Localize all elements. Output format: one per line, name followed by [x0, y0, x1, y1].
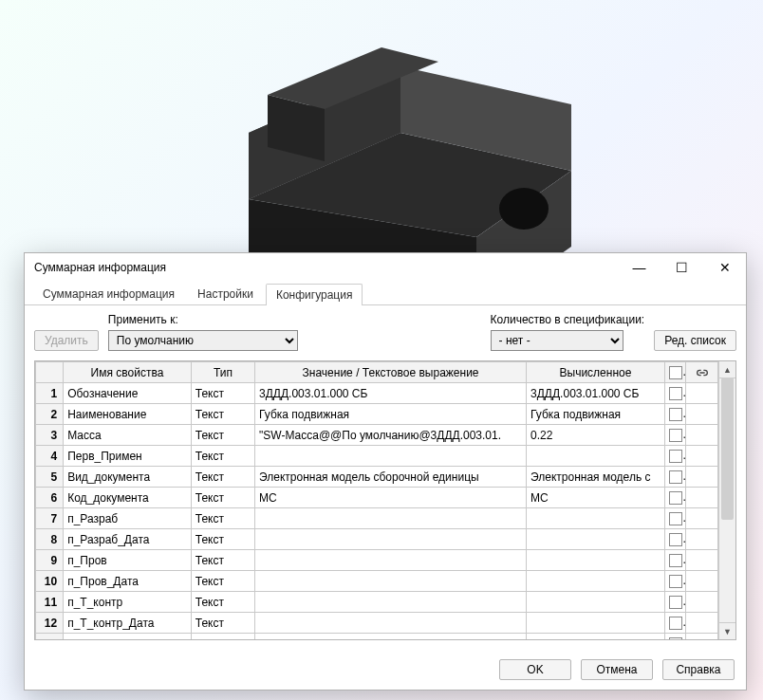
cell-check[interactable] — [664, 508, 685, 529]
cell-value[interactable] — [255, 571, 527, 592]
tab-configuration[interactable]: Конфигурация — [266, 284, 363, 305]
col-header-name[interactable]: Имя свойства — [64, 362, 192, 383]
minimize-button[interactable]: — — [618, 253, 661, 282]
cell-name[interactable]: Обозначение — [64, 383, 192, 404]
scroll-down-icon[interactable]: ▼ — [719, 622, 735, 639]
cell-name[interactable]: Масса — [64, 425, 192, 446]
cell-value[interactable]: "SW-Масса@@По умолчанию@3ДДД.003.01. — [255, 425, 527, 446]
cell-check[interactable] — [664, 404, 685, 425]
table-row[interactable]: 6Код_документаТекстМСМС — [36, 488, 718, 508]
col-header-type[interactable]: Тип — [191, 362, 254, 383]
cell-link[interactable] — [686, 383, 718, 404]
cell-type[interactable]: Текст — [191, 404, 254, 425]
cell-type[interactable]: Текст — [191, 425, 254, 446]
table-row[interactable]: 4Перв_ПрименТекст — [36, 446, 718, 467]
cell-type[interactable]: Текст — [191, 508, 254, 529]
table-row[interactable]: 13п_Доп_графаТекст — [36, 634, 718, 640]
table-row[interactable]: 3МассаТекст"SW-Масса@@По умолчанию@3ДДД.… — [36, 425, 718, 446]
table-row[interactable]: 2НаименованиеТекстГубка подвижнаяГубка п… — [36, 404, 718, 425]
table-row[interactable]: 5Вид_документаТекстЭлектронная модель сб… — [36, 467, 718, 488]
cell-check[interactable] — [664, 592, 685, 613]
cell-link[interactable] — [686, 634, 718, 640]
cell-check[interactable] — [664, 425, 685, 446]
tab-settings[interactable]: Настройки — [187, 283, 264, 304]
cell-type[interactable]: Текст — [191, 488, 254, 508]
cell-value[interactable]: Электронная модель сборочной единицы — [255, 467, 527, 488]
cell-type[interactable]: Текст — [191, 592, 254, 613]
cell-link[interactable] — [686, 529, 718, 550]
cell-link[interactable] — [686, 550, 718, 571]
table-row[interactable]: 9п_ПровТекст — [36, 550, 718, 571]
col-header-rownum[interactable] — [36, 362, 64, 383]
cancel-button[interactable]: Отмена — [581, 659, 653, 680]
table-row[interactable]: 11п_Т_контрТекст — [36, 592, 718, 613]
cell-link[interactable] — [686, 488, 718, 508]
cell-link[interactable] — [686, 571, 718, 592]
cell-type[interactable]: Текст — [191, 634, 254, 640]
delete-button[interactable]: Удалить — [34, 330, 99, 351]
col-header-link[interactable] — [686, 362, 718, 383]
cell-value[interactable] — [255, 529, 527, 550]
close-button[interactable]: ✕ — [703, 253, 746, 282]
cell-name[interactable]: п_Т_контр_Дата — [64, 613, 192, 634]
cell-link[interactable] — [686, 467, 718, 488]
cell-link[interactable] — [686, 508, 718, 529]
maximize-button[interactable]: ☐ — [661, 253, 703, 282]
cell-check[interactable] — [664, 383, 685, 404]
table-row[interactable]: 1ОбозначениеТекст3ДДД.003.01.000 СБ3ДДД.… — [36, 383, 718, 404]
cell-check[interactable] — [664, 529, 685, 550]
cell-value[interactable] — [255, 634, 527, 640]
cell-type[interactable]: Текст — [191, 446, 254, 467]
titlebar[interactable]: Суммарная информация — ☐ ✕ — [25, 253, 746, 282]
cell-check[interactable] — [664, 550, 685, 571]
cell-check[interactable] — [664, 634, 685, 640]
col-header-value[interactable]: Значение / Текстовое выражение — [255, 362, 527, 383]
cell-type[interactable]: Текст — [191, 613, 254, 634]
spec-quantity-select[interactable]: - нет - — [491, 330, 623, 351]
cell-name[interactable]: п_Пров_Дата — [64, 571, 192, 592]
cell-link[interactable] — [686, 425, 718, 446]
col-header-output[interactable]: Вычисленное — [527, 362, 665, 383]
table-row[interactable]: 7п_РазрабТекст — [36, 508, 718, 529]
cell-value[interactable] — [255, 613, 527, 634]
cell-value[interactable]: Губка подвижная — [255, 404, 527, 425]
cell-name[interactable]: п_Доп_графа — [64, 634, 192, 640]
cell-value[interactable]: МС — [255, 488, 527, 508]
cell-type[interactable]: Текст — [191, 571, 254, 592]
cell-link[interactable] — [686, 404, 718, 425]
cell-name[interactable]: Вид_документа — [64, 467, 192, 488]
col-header-check[interactable] — [664, 362, 685, 383]
cell-type[interactable]: Текст — [191, 550, 254, 571]
help-button[interactable]: Справка — [662, 659, 735, 680]
scroll-up-icon[interactable]: ▲ — [719, 361, 735, 378]
cell-type[interactable]: Текст — [191, 467, 254, 488]
cell-name[interactable]: п_Разраб — [64, 508, 192, 529]
cell-link[interactable] — [686, 592, 718, 613]
cell-link[interactable] — [686, 613, 718, 634]
cell-type[interactable]: Текст — [191, 529, 254, 550]
cell-name[interactable]: Наименование — [64, 404, 192, 425]
cell-name[interactable]: п_Пров — [64, 550, 192, 571]
scroll-thumb[interactable] — [721, 378, 734, 520]
cell-name[interactable]: п_Разраб_Дата — [64, 529, 192, 550]
cell-value[interactable] — [255, 592, 527, 613]
cell-type[interactable]: Текст — [191, 383, 254, 404]
table-row[interactable]: 12п_Т_контр_ДатаТекст — [36, 613, 718, 634]
cell-value[interactable] — [255, 446, 527, 467]
cell-check[interactable] — [664, 488, 685, 508]
table-row[interactable]: 10п_Пров_ДатаТекст — [36, 571, 718, 592]
cell-name[interactable]: п_Т_контр — [64, 592, 192, 613]
cell-value[interactable] — [255, 550, 527, 571]
apply-to-select[interactable]: По умолчанию — [108, 330, 298, 351]
grid-vscrollbar[interactable]: ▲ ▼ — [718, 361, 735, 639]
ok-button[interactable]: OK — [499, 659, 571, 680]
tab-summary[interactable]: Суммарная информация — [32, 283, 185, 304]
cell-check[interactable] — [664, 613, 685, 634]
cell-check[interactable] — [664, 571, 685, 592]
cell-name[interactable]: Перв_Примен — [64, 446, 192, 467]
cell-check[interactable] — [664, 467, 685, 488]
cell-check[interactable] — [664, 446, 685, 467]
cell-link[interactable] — [686, 446, 718, 467]
viewport-3d[interactable]: Суммарная информация — ☐ ✕ Суммарная инф… — [0, 0, 763, 700]
cell-name[interactable]: Код_документа — [64, 488, 192, 508]
